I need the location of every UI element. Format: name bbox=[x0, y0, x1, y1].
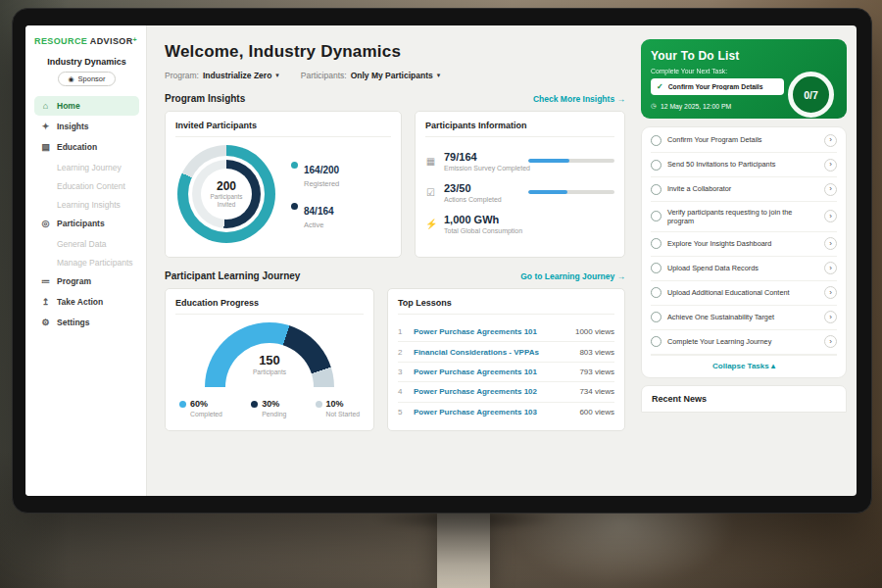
caret-down-icon: ▾ bbox=[437, 72, 441, 79]
task-label: Confirm Your Program Details bbox=[667, 135, 818, 144]
program-insights-title: Program Insights bbox=[165, 93, 245, 104]
sidebar-item-participants[interactable]: ◎ Participants bbox=[34, 214, 139, 233]
sidebar-item-education[interactable]: ▤ Education bbox=[34, 137, 139, 157]
energy-icon: ⚡ bbox=[425, 219, 436, 229]
task-checkbox[interactable] bbox=[651, 287, 662, 298]
task-row[interactable]: Achieve One Sustainability Target › bbox=[651, 306, 837, 330]
invited-donut-chart: 200 Participants Invited bbox=[177, 145, 275, 243]
task-checkbox[interactable] bbox=[651, 135, 662, 146]
chevron-right-icon[interactable]: › bbox=[824, 335, 837, 348]
lesson-views: 734 views bbox=[579, 387, 614, 396]
check-more-insights-link[interactable]: Check More Insights → bbox=[533, 94, 625, 104]
collapse-up-icon: ▴ bbox=[771, 362, 775, 370]
program-icon: ≔ bbox=[40, 276, 51, 286]
sidebar-item-learning-insights[interactable]: Learning Insights bbox=[34, 195, 139, 214]
task-row[interactable]: Complete Your Learning Journey › bbox=[651, 330, 837, 355]
task-row[interactable]: Upload Spend Data Records › bbox=[651, 257, 837, 281]
chevron-right-icon[interactable]: › bbox=[824, 210, 837, 222]
sidebar-item-manage-participants[interactable]: Manage Participants bbox=[34, 253, 139, 271]
program-filter-value: Industrialize Zero bbox=[203, 71, 271, 80]
chevron-right-icon[interactable]: › bbox=[824, 134, 837, 147]
logo-advisor: ADVISOR bbox=[90, 36, 133, 46]
filters-row: Program: Industrialize Zero ▾ Participan… bbox=[165, 71, 625, 80]
task-row[interactable]: Send 50 Invitations to Participants › bbox=[651, 153, 837, 177]
invited-center-value: 200 bbox=[217, 179, 236, 193]
task-row[interactable]: Invite a Collaborator › bbox=[651, 177, 837, 202]
emission-progress-bar bbox=[528, 159, 614, 163]
lesson-link[interactable]: Power Purchase Agreements 103 bbox=[414, 408, 571, 416]
sidebar-item-education-content[interactable]: Education Content bbox=[34, 176, 139, 195]
task-row[interactable]: Confirm Your Program Details › bbox=[651, 128, 837, 153]
lesson-row: 2 Financial Considerations - VPPAs 803 v… bbox=[398, 342, 614, 362]
chevron-right-icon[interactable]: › bbox=[824, 183, 837, 196]
sidebar-item-label: Program bbox=[57, 276, 91, 286]
dashboard-screen: RESOURCE ADVISOR+ Industry Dynamics ◉ Sp… bbox=[25, 25, 857, 496]
participants-filter-value: Only My Participants bbox=[351, 71, 433, 80]
sidebar-item-label: Home bbox=[57, 101, 80, 111]
task-checkbox[interactable] bbox=[651, 238, 662, 249]
legend-active: 84/164 Active bbox=[291, 201, 339, 229]
task-checkbox[interactable] bbox=[651, 263, 662, 273]
sidebar-item-label: Settings bbox=[57, 318, 90, 327]
program-filter-dropdown[interactable]: Program: Industrialize Zero ▾ bbox=[165, 71, 279, 80]
program-filter-label: Program: bbox=[165, 71, 199, 80]
settings-icon: ⚙ bbox=[40, 318, 51, 327]
top-lessons-title: Top Lessons bbox=[398, 298, 614, 315]
insights-icon: ✦ bbox=[40, 122, 51, 131]
gauge-center-label: Participants bbox=[205, 368, 334, 375]
sidebar-item-home[interactable]: ⌂ Home bbox=[34, 96, 139, 116]
sponsor-label: Sponsor bbox=[78, 74, 106, 83]
program-insights-header: Program Insights Check More Insights → bbox=[165, 93, 625, 104]
lesson-rank: 5 bbox=[398, 408, 406, 416]
sidebar-nav: ⌂ Home ✦ Insights ▤ Education Learning J… bbox=[34, 96, 139, 333]
go-to-learning-journey-link[interactable]: Go to Learning Journey → bbox=[520, 271, 625, 281]
participants-information-card: Participants Information ▦ 79/164 Emissi… bbox=[415, 111, 625, 258]
monitor-stand bbox=[437, 511, 490, 588]
task-checkbox[interactable] bbox=[651, 336, 662, 347]
actions-progress-bar bbox=[528, 190, 614, 194]
learning-journey-header: Participant Learning Journey Go to Learn… bbox=[165, 270, 625, 281]
logo-resource: RESOURCE bbox=[34, 36, 87, 46]
lesson-link[interactable]: Power Purchase Agreements 102 bbox=[414, 387, 571, 396]
todo-progress-ring: 0/7 bbox=[788, 72, 834, 118]
next-task-label: Confirm Your Program Details bbox=[668, 83, 763, 90]
lesson-link[interactable]: Power Purchase Agreements 101 bbox=[414, 327, 567, 336]
sidebar-item-settings[interactable]: ⚙ Settings bbox=[34, 313, 139, 332]
sidebar-item-program[interactable]: ≔ Program bbox=[34, 271, 139, 291]
todo-title: Your To Do List bbox=[651, 49, 837, 63]
chevron-right-icon[interactable]: › bbox=[824, 237, 837, 250]
invited-center-label: Participants Invited bbox=[207, 193, 246, 209]
chevron-right-icon[interactable]: › bbox=[824, 159, 837, 172]
sidebar-item-take-action[interactable]: ↥ Take Action bbox=[34, 292, 139, 312]
task-row[interactable]: Upload Additional Educational Content › bbox=[651, 281, 837, 306]
actions-icon: ☑ bbox=[425, 187, 436, 198]
lesson-link[interactable]: Power Purchase Agreements 101 bbox=[414, 368, 571, 376]
task-label: Achieve One Sustainability Target bbox=[667, 313, 818, 321]
sidebar-item-insights[interactable]: ✦ Insights bbox=[34, 117, 139, 136]
top-lessons-card: Top Lessons 1 Power Purchase Agreements … bbox=[387, 288, 625, 431]
chevron-right-icon[interactable]: › bbox=[824, 286, 837, 299]
resource-advisor-logo: RESOURCE ADVISOR+ bbox=[34, 36, 139, 46]
task-checkbox[interactable] bbox=[651, 312, 662, 322]
lesson-link[interactable]: Financial Considerations - VPPAs bbox=[414, 348, 571, 357]
collapse-tasks-button[interactable]: Collapse Tasks ▴ bbox=[651, 355, 837, 377]
check-more-insights-label: Check More Insights bbox=[533, 94, 614, 104]
chevron-right-icon[interactable]: › bbox=[824, 311, 837, 323]
registered-value: 164/200 bbox=[304, 165, 339, 175]
task-row[interactable]: Verify participants requesting to join t… bbox=[651, 202, 837, 232]
participants-filter-dropdown[interactable]: Participants: Only My Participants ▾ bbox=[301, 71, 440, 80]
stat-label: Total Global Consumption bbox=[444, 227, 614, 234]
task-row[interactable]: Explore Your Insights Dashboard › bbox=[651, 232, 837, 257]
task-checkbox[interactable] bbox=[651, 211, 662, 221]
task-checkbox[interactable] bbox=[651, 184, 662, 195]
legend-pending: 30% Pending bbox=[251, 399, 286, 417]
sidebar-item-learning-journey[interactable]: Learning Journey bbox=[34, 158, 139, 176]
not-started-dot bbox=[316, 401, 322, 408]
chevron-right-icon[interactable]: › bbox=[824, 262, 837, 274]
participants-filter-label: Participants: bbox=[301, 71, 347, 80]
sidebar-item-general-data[interactable]: General Data bbox=[34, 234, 139, 253]
active-value: 84/164 bbox=[304, 206, 334, 217]
legend-registered: 164/200 Registered bbox=[291, 160, 339, 188]
lesson-views: 1000 views bbox=[575, 327, 614, 336]
task-checkbox[interactable] bbox=[651, 160, 662, 171]
